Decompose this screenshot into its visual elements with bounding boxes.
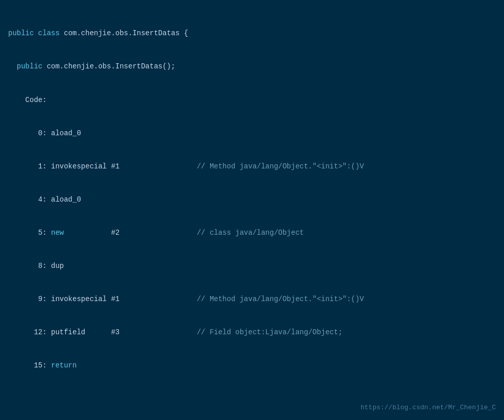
watermark: https://blog.csdn.net/Mr_Chenjie_C [361, 403, 496, 413]
code-line-11: 15: return [8, 360, 496, 372]
code-line-10: 12: putfield #3 // Field object:Ljava/la… [8, 327, 496, 338]
code-line-8: 8: dup [8, 261, 496, 272]
code-line-4: 0: aload_0 [8, 128, 496, 139]
code-line-1: public class com.chenjie.obs.InsertDatas… [8, 28, 496, 39]
code-line-2: public com.chenjie.obs.InsertDatas(); [8, 61, 496, 72]
code-line-7: 5: new #2 // class java/lang/Object [8, 228, 496, 239]
code-line-3: Code: [8, 95, 496, 106]
code-line-9: 9: invokespecial #1 // Method java/lang/… [8, 294, 496, 305]
code-line-5: 1: invokespecial #1 // Method java/lang/… [8, 161, 496, 172]
code-container: public class com.chenjie.obs.InsertDatas… [0, 0, 504, 420]
code-line-6: 4: aload_0 [8, 194, 496, 206]
